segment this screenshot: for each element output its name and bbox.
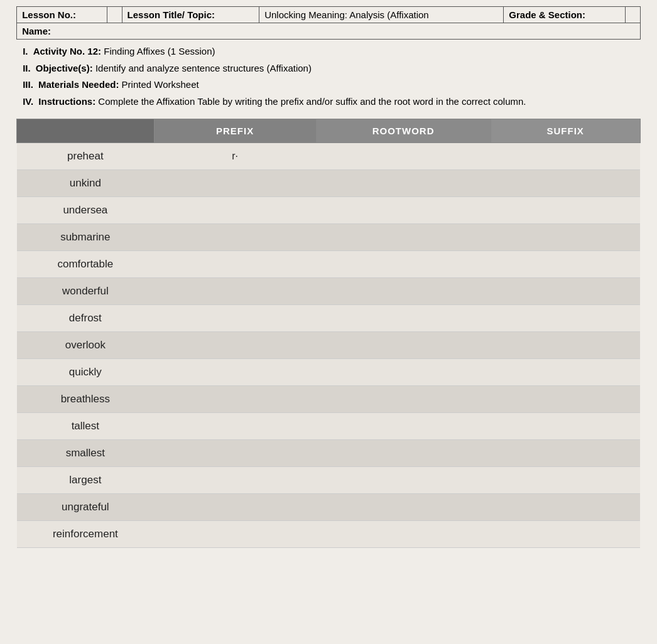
rootword-cell	[316, 170, 491, 197]
info-section: I. Activity No. 12: Finding Affixes (1 S…	[16, 45, 641, 109]
table-row: unkind	[17, 170, 641, 197]
activity-desc: Finding Affixes (1 Session)	[104, 46, 215, 56]
prefix-cell	[154, 278, 316, 305]
affixation-table: PREFIX ROOTWORD SUFFIX preheatr·unkindun…	[16, 119, 641, 548]
table-header-row: PREFIX ROOTWORD SUFFIX	[17, 119, 641, 143]
prefix-cell	[154, 170, 316, 197]
prefix-cell	[154, 494, 316, 521]
instructions-label: Instructions:	[38, 96, 95, 107]
table-row: reinforcement	[17, 521, 641, 548]
suffix-cell	[491, 440, 640, 467]
lesson-title-label: Lesson Title/ Topic:	[122, 7, 259, 23]
suffix-cell	[491, 467, 640, 494]
word-cell: submarine	[17, 224, 154, 251]
word-cell: comfortable	[17, 251, 154, 278]
prefix-cell	[154, 251, 316, 278]
table-row: largest	[17, 467, 641, 494]
prefix-cell	[154, 467, 316, 494]
table-row: smallest	[17, 440, 641, 467]
word-cell: ungrateful	[17, 494, 154, 521]
table-row: ungrateful	[17, 494, 641, 521]
activity-item: I. Activity No. 12: Finding Affixes (1 S…	[23, 45, 641, 59]
word-cell: breathless	[17, 386, 154, 413]
table-row: defrost	[17, 305, 641, 332]
table-row: overlook	[17, 332, 641, 359]
word-cell: preheat	[17, 143, 154, 170]
rootword-cell	[316, 494, 491, 521]
suffix-cell	[491, 386, 640, 413]
rootword-cell	[316, 224, 491, 251]
materials-roman: III.	[23, 79, 33, 90]
grade-label: Grade & Section:	[504, 7, 626, 23]
table-row: wonderful	[17, 278, 641, 305]
materials-label: Materials Needed:	[38, 79, 119, 90]
col-prefix: PREFIX	[154, 119, 316, 143]
objective-desc: Identify and analyze sentence structures…	[95, 63, 312, 73]
rootword-cell	[316, 251, 491, 278]
suffix-cell	[491, 494, 640, 521]
prefix-cell	[154, 359, 316, 386]
rootword-cell	[316, 305, 491, 332]
word-cell: unkind	[17, 170, 154, 197]
objective-roman: II.	[23, 63, 31, 73]
header-table: Lesson No.: Lesson Title/ Topic: Unlocki…	[16, 6, 641, 40]
word-cell: undersea	[17, 197, 154, 224]
instructions-roman: IV.	[23, 96, 33, 107]
prefix-cell: r·	[154, 143, 316, 170]
page: Lesson No.: Lesson Title/ Topic: Unlocki…	[0, 0, 657, 644]
table-row: submarine	[17, 224, 641, 251]
rootword-cell	[316, 143, 491, 170]
grade-value	[626, 7, 641, 23]
suffix-cell	[491, 224, 640, 251]
prefix-cell	[154, 386, 316, 413]
rootword-cell	[316, 440, 491, 467]
word-cell: smallest	[17, 440, 154, 467]
suffix-cell	[491, 521, 640, 548]
rootword-cell	[316, 386, 491, 413]
lesson-title-value: Unlocking Meaning: Analysis (Affixation	[259, 7, 504, 23]
rootword-cell	[316, 413, 491, 440]
suffix-cell	[491, 359, 640, 386]
activity-roman: I.	[23, 46, 28, 56]
word-cell: tallest	[17, 413, 154, 440]
suffix-cell	[491, 251, 640, 278]
col-rootword: ROOTWORD	[316, 119, 491, 143]
prefix-cell	[154, 440, 316, 467]
name-label: Name:	[22, 26, 51, 36]
objective-item: II. Objective(s): Identify and analyze s…	[23, 62, 641, 76]
suffix-cell	[491, 143, 640, 170]
activity-label: Activity No. 12:	[33, 46, 101, 56]
word-cell: reinforcement	[17, 521, 154, 548]
col-words	[17, 119, 154, 143]
lesson-no-value	[107, 7, 122, 23]
rootword-cell	[316, 278, 491, 305]
rootword-cell	[316, 467, 491, 494]
suffix-cell	[491, 413, 640, 440]
word-cell: wonderful	[17, 278, 154, 305]
word-cell: overlook	[17, 332, 154, 359]
table-row: undersea	[17, 197, 641, 224]
word-cell: quickly	[17, 359, 154, 386]
prefix-cell	[154, 197, 316, 224]
prefix-cell	[154, 521, 316, 548]
suffix-cell	[491, 332, 640, 359]
suffix-cell	[491, 305, 640, 332]
word-cell: largest	[17, 467, 154, 494]
instructions-item: IV. Instructions: Complete the Affixatio…	[23, 95, 641, 109]
prefix-cell	[154, 332, 316, 359]
rootword-cell	[316, 359, 491, 386]
instructions-desc: Complete the Affixation Table by writing…	[98, 96, 526, 107]
rootword-cell	[316, 521, 491, 548]
materials-desc: Printed Worksheet	[122, 79, 199, 90]
table-row: comfortable	[17, 251, 641, 278]
table-row: tallest	[17, 413, 641, 440]
col-suffix: SUFFIX	[491, 119, 640, 143]
affixation-table-wrapper: PREFIX ROOTWORD SUFFIX preheatr·unkindun…	[16, 119, 641, 548]
word-cell: defrost	[17, 305, 154, 332]
name-row: Name:	[17, 23, 641, 40]
table-row: preheatr·	[17, 143, 641, 170]
rootword-cell	[316, 197, 491, 224]
lesson-no-label: Lesson No.:	[17, 7, 107, 23]
suffix-cell	[491, 197, 640, 224]
prefix-cell	[154, 413, 316, 440]
